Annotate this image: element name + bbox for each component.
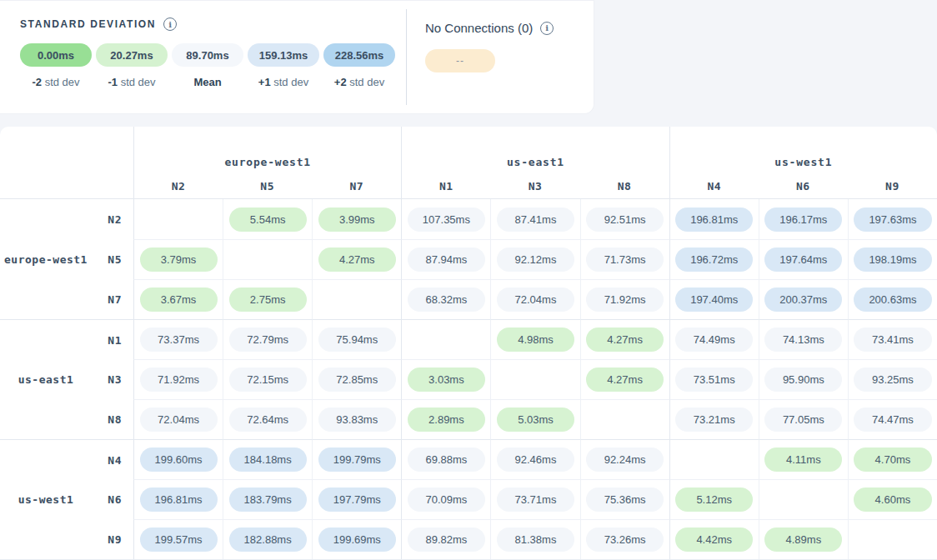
stddev-label: -2 std dev	[20, 76, 92, 88]
latency-value-pill: 198.19ms	[854, 248, 931, 272]
latency-value-pill: 71.92ms	[586, 288, 664, 312]
stddev-label: +2 std dev	[323, 76, 395, 88]
row-node-label: N5	[108, 253, 122, 266]
region-column-header: europe-west1	[133, 127, 401, 173]
latency-value-pill: 196.72ms	[675, 248, 753, 272]
latency-value-pill: 5.54ms	[229, 208, 307, 232]
stddev-pill: 228.56ms	[323, 43, 395, 67]
latency-value-pill: 73.51ms	[675, 368, 753, 392]
latency-value-pill: 5.03ms	[497, 408, 574, 432]
row-label-cell: us-west1N6	[0, 479, 133, 519]
matrix-cell: 5.12ms	[669, 479, 759, 519]
latency-value-pill: 87.41ms	[497, 208, 574, 232]
row-label-cell: N2	[0, 199, 133, 239]
stddev-pill: 0.00ms	[20, 43, 92, 67]
latency-value-pill: 93.83ms	[318, 408, 396, 432]
matrix-cell: 199.79ms	[312, 439, 401, 479]
matrix-cell: 4.11ms	[759, 439, 848, 479]
matrix-cell: 200.63ms	[848, 279, 937, 319]
matrix-cell: 73.26ms	[580, 519, 669, 559]
row-node-label: N9	[108, 533, 122, 546]
legend-title: STANDARD DEVIATION	[20, 18, 156, 30]
matrix-cell: 95.90ms	[759, 359, 848, 399]
matrix-cell	[223, 239, 312, 279]
row-label-cell: N9	[0, 519, 133, 559]
matrix-cell: 73.71ms	[490, 479, 579, 519]
latency-value-pill: 3.99ms	[318, 208, 396, 232]
matrix-cell	[580, 399, 669, 439]
column-node-label: N5	[223, 173, 312, 199]
stddev-label: +1 std dev	[248, 76, 319, 88]
row-label-cell: N7	[0, 279, 133, 319]
matrix-cell: 196.81ms	[669, 199, 759, 239]
matrix-cell: 73.37ms	[133, 319, 223, 359]
latency-value-pill: 70.09ms	[408, 488, 485, 512]
stddev-labels-row: -2 std dev-1 std devMean+1 std dev+2 std…	[20, 76, 574, 88]
matrix-cell: 197.40ms	[669, 279, 759, 319]
latency-value-pill: 4.60ms	[854, 488, 931, 512]
row-region-label: europe-west1	[0, 253, 92, 266]
matrix-cell: 198.19ms	[848, 239, 937, 279]
matrix-cell	[848, 519, 937, 559]
matrix-cell: 77.05ms	[759, 399, 848, 439]
latency-value-pill: 71.73ms	[586, 248, 664, 272]
info-icon[interactable]	[163, 18, 177, 31]
latency-value-pill: 196.81ms	[675, 208, 753, 232]
row-label-cell: us-east1N3	[0, 359, 133, 399]
latency-value-pill: 183.79ms	[229, 488, 307, 512]
latency-value-pill: 4.89ms	[764, 528, 842, 552]
latency-value-pill: 68.32ms	[408, 288, 485, 312]
latency-value-pill: 199.57ms	[140, 528, 218, 552]
matrix-cell: 74.49ms	[669, 319, 759, 359]
matrix-cell: 197.64ms	[759, 239, 848, 279]
latency-value-pill: 92.46ms	[497, 448, 574, 472]
column-node-label: N3	[490, 173, 579, 199]
latency-value-pill: 5.12ms	[675, 488, 753, 512]
latency-value-pill: 77.05ms	[764, 408, 842, 432]
latency-value-pill: 72.79ms	[229, 328, 307, 352]
matrix-cell: 92.46ms	[490, 439, 579, 479]
matrix-cell: 184.18ms	[223, 439, 312, 479]
row-node-label: N1	[108, 333, 122, 346]
latency-value-pill: 73.21ms	[675, 408, 753, 432]
matrix-cell	[490, 359, 579, 399]
matrix-cell: 73.51ms	[669, 359, 759, 399]
matrix-cell: 73.21ms	[669, 399, 759, 439]
row-region-label: us-east1	[0, 373, 92, 386]
latency-value-pill: 89.82ms	[408, 528, 485, 552]
matrix-cell: 4.27ms	[580, 359, 669, 399]
latency-value-pill: 72.15ms	[229, 368, 307, 392]
column-node-label: N9	[848, 173, 937, 199]
latency-value-pill: 107.35ms	[408, 208, 485, 232]
stddev-pill: 89.70ms	[172, 43, 243, 67]
info-icon[interactable]	[540, 22, 554, 35]
matrix-cell: 3.67ms	[133, 279, 223, 319]
latency-value-pill: 3.67ms	[140, 288, 218, 312]
matrix-cell: 87.94ms	[401, 239, 490, 279]
column-node-label: N1	[401, 173, 490, 199]
latency-value-pill: 4.27ms	[318, 248, 396, 272]
latency-value-pill: 197.63ms	[854, 208, 931, 232]
latency-value-pill: 92.24ms	[586, 448, 664, 472]
legend-card: STANDARD DEVIATION 0.00ms20.27ms89.70ms1…	[0, 0, 594, 114]
matrix-cell: 4.42ms	[669, 519, 759, 559]
no-connections-pill: --	[425, 49, 495, 72]
matrix-cell: 93.25ms	[848, 359, 937, 399]
column-node-label: N6	[759, 173, 848, 199]
matrix-cell: 81.38ms	[490, 519, 579, 559]
matrix-cell: 4.98ms	[490, 319, 579, 359]
latency-value-pill: 196.17ms	[764, 208, 842, 232]
matrix-cell: 5.54ms	[223, 199, 312, 239]
latency-value-pill: 74.13ms	[764, 328, 842, 352]
matrix-cell: 75.36ms	[580, 479, 669, 519]
matrix-cell: 196.81ms	[133, 479, 223, 519]
latency-value-pill: 197.79ms	[318, 488, 396, 512]
row-label-cell: N1	[0, 319, 133, 359]
no-connections-label: No Connections (0)	[425, 21, 533, 35]
matrix-corner	[0, 173, 133, 199]
latency-value-pill: 182.88ms	[229, 528, 307, 552]
stddev-pill: 159.13ms	[248, 43, 319, 67]
column-node-label: N2	[133, 173, 223, 199]
matrix-cell: 3.99ms	[312, 199, 401, 239]
matrix-cell: 71.92ms	[133, 359, 223, 399]
